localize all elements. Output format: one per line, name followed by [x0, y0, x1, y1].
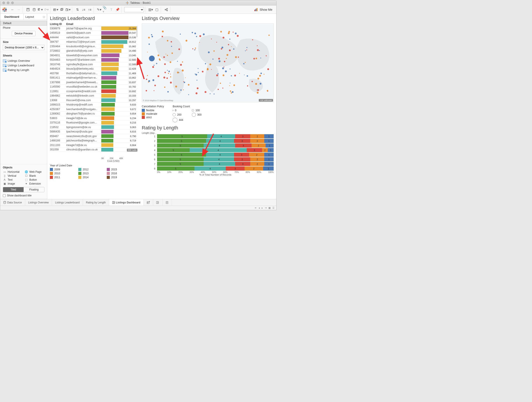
table-row[interactable]: 859467swaszkiewicz6u@cdc.gov8,790	[50, 134, 137, 139]
nav-prev-icon[interactable]: ◂	[259, 207, 260, 209]
table-row[interactable]: 1488166jaitcheson8a@telegraph...8,719	[50, 139, 137, 143]
new-dashboard-tab[interactable]	[153, 199, 163, 206]
new-story-tab[interactable]	[163, 199, 172, 206]
table-row[interactable]: 3728802glandrickd5@yelp.com14,490	[50, 49, 137, 53]
sheet-tab[interactable]: Listings Leaderboard	[52, 199, 83, 206]
object-horizontal[interactable]: ▭Horizontal	[3, 170, 23, 173]
table-row[interactable]: 1289082dkingham78@yandex.ru9,654	[50, 112, 137, 116]
map-unknown-badge[interactable]: >1K unknown	[259, 99, 273, 102]
table-row[interactable]: 1696015hholdronip@rediff.com9,833	[50, 103, 137, 107]
legend-year-2015[interactable]: 2015	[107, 168, 133, 171]
legend-count-200[interactable]: 200	[173, 113, 183, 117]
new-worksheet-tab[interactable]: +	[144, 199, 153, 206]
table-row[interactable]: 219532bpingstonemi@de.vu9,063	[50, 125, 137, 130]
forward-button[interactable]: →	[16, 7, 21, 12]
table-row[interactable]: 53803ineagle7d@de.vu9,234	[50, 116, 137, 121]
legend-count-100[interactable]: 100	[192, 109, 202, 112]
table-row[interactable]: 2459519skeirle3t@patch.com19,547	[50, 31, 137, 35]
legend-policy-flexible[interactable]: flexible	[142, 109, 164, 112]
legend-count-444[interactable]: 444	[173, 117, 183, 122]
nav-first-icon[interactable]: ⇤	[255, 207, 257, 209]
object-blank[interactable]: ☐Blank	[25, 174, 44, 177]
table-row[interactable]: 463768thorbathoo@dailymail.co...11,469	[50, 71, 137, 76]
table-row[interactable]: 1145590vrussilllai@webeden.co.uk10,782	[50, 85, 137, 89]
tab-layout[interactable]: Layout◇	[24, 14, 47, 20]
rating-row[interactable]: 554321	[142, 153, 274, 157]
table-row[interactable]: 5061411mtalmadgelt@merriam-w..10,862	[50, 76, 137, 80]
table-row[interactable]: 1307898jswettenhame4@freeweb...10,837	[50, 80, 137, 85]
legend-year-2014[interactable]: 2014	[78, 176, 105, 179]
back-button[interactable]: ←	[10, 7, 15, 12]
table-row[interactable]: 113951ccoopmanhk@reddit.com10,692	[50, 89, 137, 94]
legend-year-2010[interactable]: 2010	[50, 172, 76, 175]
sheet-tab[interactable]: Rating by Length	[83, 199, 109, 206]
map-viz[interactable]: © 2019 Mapbox © OpenStreetMap >1K unknow…	[142, 23, 274, 102]
object-vertical[interactable]: ▯Vertical	[3, 174, 23, 177]
table-row[interactable]: 384797mbarniss72@tinyurl.com18,812	[50, 40, 137, 45]
col-listing-id[interactable]: Listing ID	[50, 23, 66, 26]
show-me-button[interactable]: Show Me	[254, 8, 274, 11]
highlight-icon[interactable]: ✎▾	[96, 7, 102, 12]
table-row[interactable]: 444444vahid@rockset.com19,536	[50, 35, 137, 40]
table-row[interactable]: 13068lhiscoe43@xrea.com10,297	[50, 98, 137, 103]
fit-selector[interactable]	[124, 7, 144, 12]
table-row[interactable]: 3604931ldowelld0@newyorker.com13,045	[50, 53, 137, 58]
rating-row[interactable]: 154321	[142, 134, 274, 138]
new-data-icon[interactable]	[32, 7, 37, 12]
object-image[interactable]: ▣Image	[3, 182, 23, 185]
object-text[interactable]: AText	[3, 178, 23, 181]
rating-row[interactable]: 754321	[142, 162, 274, 166]
table-row[interactable]: 1984962eelstob8i@linkedin.com10,333	[50, 94, 137, 98]
rating-row[interactable]: 254321	[142, 139, 274, 143]
auto-update-icon[interactable]: ⟳▾	[44, 7, 49, 12]
legend-year-2013[interactable]: 2013	[78, 172, 105, 175]
col-email[interactable]: Email	[66, 23, 101, 26]
minimize-icon[interactable]	[7, 1, 9, 4]
pin-icon[interactable]: 📌	[115, 7, 120, 12]
attach-icon[interactable]: 📎▾	[103, 7, 108, 12]
rating-row[interactable]: 654321	[142, 157, 274, 161]
size-selector[interactable]: Desktop Browser (1000 x 8...	[3, 45, 44, 50]
legend-year-2011[interactable]: 2011	[50, 176, 76, 179]
legend-year-2016[interactable]: 2016	[107, 172, 133, 175]
legend-year-2019[interactable]: 2019	[107, 176, 133, 179]
new-worksheet-icon[interactable]: ▾	[53, 7, 58, 12]
view-sheets-icon[interactable]: ☰	[272, 207, 274, 209]
sheet-item[interactable]: Listings Overview	[3, 58, 44, 63]
table-row[interactable]: 5686435lpachecoqr@usda.gov8,816	[50, 130, 137, 134]
device-default[interactable]: Default	[0, 21, 47, 26]
legend-count-300[interactable]: 300	[192, 113, 202, 117]
sheet-item[interactable]: Listings Leaderboard	[3, 63, 44, 68]
rating-row[interactable]: 454321	[142, 148, 274, 152]
device-preview-button[interactable]: Device Preview	[12, 31, 36, 36]
table-row[interactable]: 3818746ngrindley5k@java.com12,588	[50, 62, 137, 67]
object-extension[interactable]: ✦Extension	[25, 182, 44, 185]
legend-policy-moderate[interactable]: moderate	[142, 112, 164, 115]
device-phone[interactable]: Phone	[0, 26, 47, 30]
rating-row[interactable]: 854321	[142, 166, 274, 171]
object-button[interactable]: ⬚Button	[25, 178, 44, 181]
table-row[interactable]: 2011193ineagle7d@de.vu8,664	[50, 143, 137, 148]
label-icon[interactable]: T	[109, 7, 114, 12]
object-web-page[interactable]: 🌐Web Page	[25, 170, 44, 173]
show-cards-icon[interactable]: ▥▾	[148, 7, 153, 12]
close-icon[interactable]	[2, 1, 5, 4]
share-icon[interactable]	[164, 7, 169, 12]
maximize-icon[interactable]	[11, 1, 14, 4]
table-row[interactable]: 3379116fhuetsonel@google.com...9,216	[50, 121, 137, 125]
tiled-floating-toggle[interactable]: Tiled Floating	[3, 187, 44, 192]
sheet-item[interactable]: Rating by Length	[3, 68, 44, 72]
show-title-checkbox[interactable]: Show dashboard title	[3, 194, 44, 197]
presentation-icon[interactable]: ▢	[154, 7, 159, 12]
sheet-tab[interactable]: Listings Dashboard	[109, 199, 144, 206]
table-row[interactable]: 4250367lverchambrelh@hostgato..9,672	[50, 107, 137, 112]
table-row[interactable]: 2350464kroubottom6l@virginia.e..15,982	[50, 44, 137, 49]
rating-row[interactable]: 354321	[142, 143, 274, 148]
table-row[interactable]: 4464824blouw3p@berkeley.edu12,428	[50, 67, 137, 71]
refresh-data-icon[interactable]: ▾	[38, 7, 43, 12]
data-source-tab[interactable]: Data Source	[0, 199, 25, 206]
sheet-tab[interactable]: Listings Overview	[25, 199, 52, 206]
nav-last-icon[interactable]: ⇥	[265, 207, 267, 209]
save-icon[interactable]	[25, 7, 31, 12]
nav-next-icon[interactable]: ▸	[262, 207, 263, 209]
